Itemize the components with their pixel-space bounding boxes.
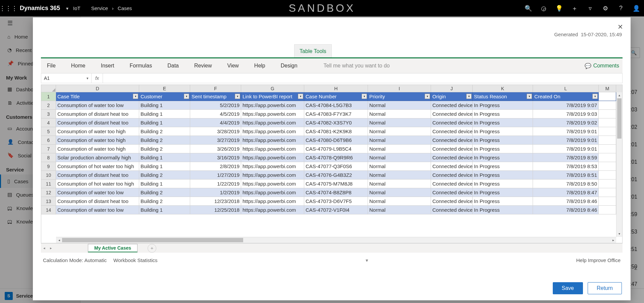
column-letter[interactable]: I — [368, 85, 431, 92]
table-cell[interactable]: Normal — [368, 153, 431, 162]
table-cell[interactable]: Building 1 — [139, 180, 190, 188]
table-cell[interactable]: 2/8/2019 — [190, 162, 241, 171]
table-cell[interactable]: Connected device — [431, 188, 473, 197]
empty-cell[interactable] — [599, 171, 616, 180]
table-cell[interactable]: Connected device — [431, 197, 473, 206]
horizontal-scrollbar[interactable]: ◂ ▸ — [56, 237, 616, 243]
ribbon-tab-view[interactable]: View — [224, 61, 241, 70]
scroll-left-icon[interactable]: ◂ — [56, 237, 62, 243]
table-cell[interactable]: 7/8/2019 8:47 — [533, 188, 599, 197]
table-header-cell[interactable]: Status Reason▾ — [473, 92, 533, 101]
table-cell[interactable]: Normal — [368, 127, 431, 136]
ribbon-tab-formulas[interactable]: Formulas — [127, 61, 155, 70]
table-cell[interactable]: https://app.powerbi.com — [241, 188, 304, 197]
tab-nav-next-icon[interactable]: ▸ — [48, 246, 54, 250]
filter-dropdown-icon[interactable]: ▾ — [527, 94, 532, 99]
table-header-cell[interactable]: Created On▾ — [533, 92, 599, 101]
table-row[interactable]: 8Solar production abnormally highBuildin… — [41, 153, 616, 162]
breadcrumb-area[interactable]: IoT — [71, 5, 83, 11]
column-letter[interactable]: L — [533, 85, 599, 92]
table-row[interactable]: 3Consumption of distant heat tooBuilding… — [41, 110, 616, 118]
table-cell[interactable]: Building 2 — [139, 197, 190, 206]
table-cell[interactable]: 3/16/2019 — [190, 153, 241, 162]
table-cell[interactable]: Consumption of distant heat too — [56, 118, 139, 127]
table-cell[interactable]: 12/23/2018 — [190, 197, 241, 206]
table-cell[interactable]: Building 1 — [139, 118, 190, 127]
table-cell[interactable]: 1/22/2019 — [190, 180, 241, 188]
row-number[interactable]: 3 — [41, 110, 56, 118]
table-cell[interactable]: Consumption of distant heat too — [56, 197, 139, 206]
table-cell[interactable]: CAS-47075-M7M8J8 — [304, 180, 368, 188]
column-letter[interactable]: H — [304, 85, 368, 92]
row-number[interactable]: 14 — [41, 206, 56, 214]
table-cell[interactable]: 3/27/2019 — [190, 136, 241, 145]
empty-cell[interactable] — [599, 101, 616, 110]
table-cell[interactable]: 7/8/2019 9:01 — [533, 127, 599, 136]
table-row[interactable]: 13Consumption of distant heat tooBuildin… — [41, 197, 616, 206]
scroll-right-icon[interactable]: ▸ — [610, 237, 616, 243]
table-row[interactable]: 6Consumption of water too highBuilding 2… — [41, 136, 616, 145]
brand-chevron-icon[interactable]: ▾ — [63, 6, 71, 11]
table-cell[interactable]: 3/28/2019 — [190, 127, 241, 136]
row-number[interactable]: 4 — [41, 118, 56, 127]
select-all-corner[interactable] — [41, 85, 56, 92]
ribbon-tab-review[interactable]: Review — [192, 61, 214, 70]
table-cell[interactable]: In Progress — [473, 180, 533, 188]
table-header-cell[interactable]: Origin▾ — [431, 92, 473, 101]
table-cell[interactable]: Connected device — [431, 136, 473, 145]
ribbon-tab-data[interactable]: Data — [165, 61, 181, 70]
table-cell[interactable]: 7/8/2019 8:46 — [533, 197, 599, 206]
row-number[interactable]: 11 — [41, 180, 56, 188]
fx-icon[interactable]: fx — [92, 73, 103, 83]
table-cell[interactable]: https://app.powerbi.com — [241, 127, 304, 136]
empty-cell[interactable] — [599, 180, 616, 188]
hscroll-thumb[interactable] — [62, 238, 243, 242]
workbook-stats[interactable]: Workbook Statistics — [113, 257, 157, 263]
help-icon[interactable]: ? — [613, 0, 629, 16]
breadcrumb-service[interactable]: Service — [89, 5, 110, 11]
table-cell[interactable]: CAS-47077-Q3F0S6 — [304, 162, 368, 171]
table-cell[interactable]: Building 2 — [139, 188, 190, 197]
table-cell[interactable]: Normal — [368, 180, 431, 188]
scroll-up-icon[interactable]: ▴ — [616, 92, 622, 98]
ribbon-tab-design[interactable]: Design — [278, 61, 300, 70]
table-cell[interactable]: https://app.powerbi.com — [241, 110, 304, 118]
empty-cell[interactable] — [599, 145, 616, 153]
table-cell[interactable]: https://app.powerbi.com — [241, 136, 304, 145]
table-cell[interactable]: Normal — [368, 145, 431, 153]
table-cell[interactable]: Connected device — [431, 127, 473, 136]
table-cell[interactable]: CAS-47076-G4B3Z2 — [304, 171, 368, 180]
task-icon[interactable]: ◶ — [536, 0, 551, 16]
table-cell[interactable]: Normal — [368, 118, 431, 127]
filter-dropdown-icon[interactable]: ▾ — [425, 94, 430, 99]
table-cell[interactable]: 1/2/2019 — [190, 188, 241, 197]
row-number[interactable]: 6 — [41, 136, 56, 145]
table-cell[interactable]: 4/5/2019 — [190, 110, 241, 118]
table-cell[interactable]: Normal — [368, 162, 431, 171]
table-cell[interactable]: Normal — [368, 197, 431, 206]
empty-cell[interactable] — [599, 206, 616, 214]
table-cell[interactable]: In Progress — [473, 162, 533, 171]
row-number[interactable]: 13 — [41, 197, 56, 206]
filter-icon[interactable]: ▿ — [582, 0, 598, 16]
table-cell[interactable]: https://app.powerbi.com — [241, 171, 304, 180]
table-cell[interactable]: In Progress — [473, 153, 533, 162]
table-cell[interactable]: In Progress — [473, 145, 533, 153]
table-cell[interactable]: In Progress — [473, 197, 533, 206]
table-row[interactable]: 11Consumption of hot water too highBuild… — [41, 180, 616, 188]
app-launcher-icon[interactable]: ⋮⋮⋮ — [0, 0, 16, 16]
table-cell[interactable]: 5/2/2019 — [190, 101, 241, 110]
table-cell[interactable]: Connected device — [431, 162, 473, 171]
table-cell[interactable]: 7/8/2019 9:01 — [533, 136, 599, 145]
table-cell[interactable]: Connected device — [431, 110, 473, 118]
table-cell[interactable]: Building 1 — [139, 101, 190, 110]
table-cell[interactable]: https://app.powerbi.com — [241, 153, 304, 162]
table-cell[interactable]: Building 2 — [139, 127, 190, 136]
column-letter[interactable]: J — [431, 85, 473, 92]
table-cell[interactable]: Normal — [368, 110, 431, 118]
vertical-scrollbar[interactable]: ▴ ▾ — [616, 92, 622, 237]
empty-cell[interactable] — [599, 188, 616, 197]
table-cell[interactable]: Consumption of hot water too high — [56, 162, 139, 171]
table-cell[interactable]: Consumption of water too low — [56, 101, 139, 110]
namebox-chevron-icon[interactable]: ▾ — [87, 76, 89, 81]
